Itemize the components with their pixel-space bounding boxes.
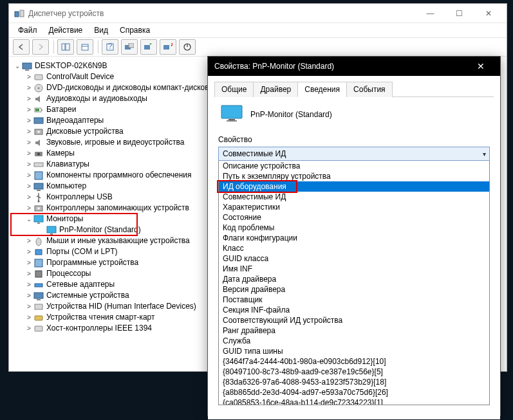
chevron-down-icon[interactable]: ⌄ <box>13 60 22 71</box>
chevron-icon[interactable]: > <box>24 192 33 203</box>
svg-rect-44 <box>37 299 41 300</box>
menu-help[interactable]: Справка <box>115 24 155 36</box>
toolbar-disable[interactable] <box>179 39 196 55</box>
chevron-icon[interactable]: > <box>24 148 33 159</box>
dropdown-item[interactable]: Служба <box>219 336 489 346</box>
device-icon <box>33 269 44 279</box>
minimize-button[interactable]: — <box>416 5 445 23</box>
dropdown-item[interactable]: Ранг драйвера <box>219 325 489 336</box>
svg-rect-15 <box>25 69 29 71</box>
chevron-icon[interactable]: > <box>24 203 33 214</box>
chevron-icon[interactable]: > <box>24 257 33 268</box>
tab-content: PnP-Monitor (Standard) Свойство Совмести… <box>214 97 494 413</box>
device-icon <box>33 170 44 181</box>
dropdown-item[interactable]: Секция INF-файла <box>219 305 489 315</box>
toolbar-scan[interactable] <box>121 39 138 55</box>
device-icon <box>33 138 44 148</box>
close-button[interactable]: ✕ <box>474 5 503 23</box>
chevron-icon[interactable]: > <box>24 181 33 192</box>
dropdown-item[interactable]: {83da6326-97a6-4088-9453-a1923f573b29}[1… <box>219 377 489 387</box>
dropdown-item[interactable]: Поставщик <box>219 295 489 305</box>
toolbar-properties[interactable] <box>77 39 93 55</box>
toolbar-forward[interactable] <box>32 39 49 55</box>
chevron-icon[interactable]: > <box>24 170 33 181</box>
chevron-icon[interactable]: > <box>24 235 33 246</box>
dropdown-item[interactable]: Код проблемы <box>219 223 489 233</box>
dropdown-item[interactable]: GUID класса <box>219 253 489 264</box>
property-combobox[interactable]: Совместимые ИД <box>218 147 490 161</box>
tree-node-label: Устройства HID (Human Interface Devices) <box>46 301 196 312</box>
tree-node-label: Мыши и иные указывающие устройства <box>46 235 190 246</box>
dropdown-item[interactable]: Версия драйвера <box>219 284 489 295</box>
property-label: Свойство <box>218 135 490 144</box>
chevron-icon[interactable]: > <box>24 71 33 82</box>
tree-node-label: Звуковые, игровые и видеоустройства <box>46 137 184 148</box>
chevron-icon[interactable]: ⌄ <box>24 214 33 224</box>
highlight-hw-id <box>217 180 297 193</box>
dropdown-item[interactable]: Состояние <box>219 212 489 223</box>
chevron-icon[interactable]: > <box>24 246 33 257</box>
toolbar-back[interactable] <box>13 39 30 55</box>
chevron-icon[interactable]: > <box>24 279 33 290</box>
menu-action[interactable]: Действие <box>44 24 88 36</box>
dropdown-item[interactable]: {80497100-8c73-48b9-aad9-ce387e19c56e}[5… <box>219 367 489 377</box>
dropdown-item[interactable]: Имя INF <box>219 264 489 274</box>
chevron-icon[interactable]: > <box>24 159 33 170</box>
property-dropdown[interactable]: Описание устройстваПуть к экземпляру уст… <box>218 161 490 405</box>
device-icon <box>33 72 44 82</box>
toolbar-update[interactable] <box>140 39 157 55</box>
maximize-button[interactable]: ☐ <box>445 5 474 23</box>
tree-node-label: Сетевые адаптеры <box>46 279 115 290</box>
svg-rect-45 <box>35 304 42 309</box>
chevron-icon[interactable]: > <box>24 126 33 137</box>
svg-rect-0 <box>15 12 19 17</box>
chevron-icon[interactable]: > <box>24 268 33 279</box>
chevron-icon[interactable]: > <box>24 301 33 312</box>
tree-node-label: Системные устройства <box>46 290 129 301</box>
tab-details[interactable]: Сведения <box>297 82 347 97</box>
svg-rect-21 <box>35 109 39 111</box>
toolbar-help[interactable]: ? <box>102 39 118 55</box>
dropdown-item[interactable]: Описание устройства <box>219 161 489 171</box>
dropdown-item[interactable]: {3464f7a4-2444-40b1-980a-e0903cb6d912}[1… <box>219 356 489 367</box>
svg-rect-14 <box>23 63 32 69</box>
tree-node-label: DVD-дисководы и дисководы компакт-дисков <box>46 82 209 93</box>
svg-point-38 <box>36 238 41 246</box>
tab-general[interactable]: Общие <box>214 82 254 97</box>
tab-driver[interactable]: Драйвер <box>253 82 298 97</box>
chevron-icon[interactable]: > <box>24 137 33 148</box>
svg-rect-39 <box>35 250 42 255</box>
chevron-icon[interactable]: > <box>24 290 33 301</box>
dropdown-item[interactable]: {a8b865dd-2e3d-4094-ad97-e593a70c75d6}[2… <box>219 387 489 397</box>
dropdown-item[interactable]: GUID типа шины <box>219 346 489 356</box>
svg-rect-30 <box>37 190 41 191</box>
chevron-icon[interactable]: > <box>24 93 33 104</box>
chevron-icon[interactable]: > <box>24 312 33 323</box>
toolbar-uninstall[interactable]: × <box>160 39 176 55</box>
toolbar-show-hide[interactable] <box>57 39 74 55</box>
dropdown-item[interactable]: Класс <box>219 243 489 253</box>
svg-rect-48 <box>221 105 242 118</box>
menu-view[interactable]: Вид <box>89 24 113 36</box>
menu-file[interactable]: Файл <box>13 24 42 36</box>
device-name: PnP-Monitor (Standard) <box>250 110 332 119</box>
svg-rect-11 <box>163 45 169 50</box>
chevron-icon[interactable]: > <box>24 104 33 115</box>
dropdown-item[interactable]: Соответствующий ИД устройства <box>219 315 489 325</box>
device-icon <box>33 83 44 93</box>
dropdown-item[interactable]: {ca085853-16ce-48aa-b114-de9c72334223}[1… <box>219 397 489 405</box>
chevron-icon[interactable]: > <box>24 82 33 93</box>
dropdown-item[interactable]: Флаги конфигурации <box>219 233 489 243</box>
dropdown-item[interactable]: Дата драйвера <box>219 274 489 284</box>
properties-close-button[interactable]: ✕ <box>468 57 494 76</box>
monitor-icon <box>46 225 57 235</box>
chevron-icon[interactable]: > <box>24 115 33 126</box>
svg-rect-2 <box>62 44 65 50</box>
tab-events[interactable]: События <box>346 82 393 97</box>
dropdown-item[interactable]: Совместимые ИД <box>219 192 489 202</box>
tree-node-label: Устройства чтения смарт-карт <box>46 312 154 323</box>
chevron-icon[interactable]: > <box>24 323 33 334</box>
titlebar: Диспетчер устройств — ☐ ✕ <box>9 4 507 23</box>
svg-rect-36 <box>47 226 56 233</box>
dropdown-item[interactable]: Характеристики <box>219 202 489 212</box>
